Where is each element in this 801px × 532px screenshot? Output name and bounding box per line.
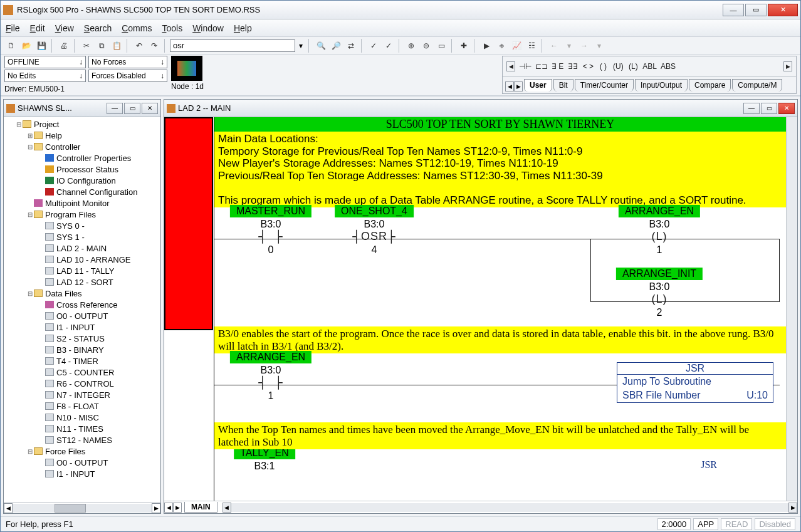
tree-close-button[interactable]: ✕ <box>142 103 158 114</box>
menu-search[interactable]: Search <box>84 23 112 33</box>
search-input[interactable] <box>173 41 292 50</box>
instr-otl-icon[interactable]: (L) <box>627 62 639 71</box>
find-next-icon[interactable]: 🔎 <box>329 39 343 53</box>
rung0-in1-tag[interactable]: MASTER_RUN <box>230 205 312 217</box>
tree-project[interactable]: ⊟Project <box>4 118 160 130</box>
lad-footer-tab-main[interactable]: MAIN <box>184 502 217 513</box>
instr-ote-icon[interactable]: ( ) <box>597 62 609 71</box>
tree-f8[interactable]: F8 - FLOAT <box>4 400 160 412</box>
tree-io-config[interactable]: IO Configuration <box>4 175 160 186</box>
run-icon[interactable]: ▶ <box>479 39 493 53</box>
tree-lad2[interactable]: LAD 2 - MAIN <box>4 243 160 254</box>
instr-branch-icon[interactable]: ∃ E <box>552 62 563 71</box>
menu-help[interactable]: Help <box>234 23 252 33</box>
status-forcesdisabled[interactable]: Forces Disabled↓ <box>88 70 167 82</box>
search-combo[interactable] <box>170 39 295 52</box>
nav-back-dd-icon[interactable]: ▾ <box>562 39 576 53</box>
instr-otu-icon[interactable]: (U) <box>612 62 624 71</box>
tree-processor-status[interactable]: Processor Status <box>4 164 160 175</box>
lad-tab-right[interactable]: ▶ <box>173 503 182 513</box>
zoom-out-icon[interactable]: ⊖ <box>419 39 433 53</box>
instr-compare-icon[interactable]: < > <box>582 62 594 71</box>
rung2-in1-tag[interactable]: TALLY_EN <box>234 449 295 459</box>
nav-back-icon[interactable]: ← <box>547 39 561 53</box>
lad-max-button[interactable]: ▭ <box>761 103 777 114</box>
find-icon[interactable]: 🔍 <box>314 39 328 53</box>
tree-force-files[interactable]: ⊟Force Files <box>4 446 160 457</box>
fit-icon[interactable]: ▭ <box>434 39 448 53</box>
tree-program-files[interactable]: ⊟Program Files <box>4 209 160 220</box>
tree-n10[interactable]: N10 - MISC <box>4 412 160 423</box>
menu-window[interactable]: Window <box>192 23 224 33</box>
tree-help[interactable]: ⊞Help <box>4 130 160 141</box>
close-button[interactable]: ✕ <box>768 4 798 16</box>
open-icon[interactable]: 📂 <box>19 39 33 53</box>
instr-xic-icon[interactable]: ⊣⊢ <box>519 62 531 71</box>
verify-icon[interactable]: ✓ <box>367 39 380 53</box>
tree-fo0[interactable]: O0 - OUTPUT <box>4 457 160 468</box>
nav-fwd-icon[interactable]: → <box>577 39 591 53</box>
rung1-in1-tag[interactable]: ARRANGE_EN <box>230 351 312 363</box>
print-icon[interactable]: 🖨 <box>57 39 71 53</box>
tab-timer[interactable]: Timer/Counter <box>575 79 634 91</box>
tree-min-button[interactable]: — <box>107 103 123 114</box>
cut-icon[interactable]: ✂ <box>80 39 93 53</box>
tree-b3[interactable]: B3 - BINARY <box>4 344 160 355</box>
project-tree[interactable]: ⊟Project ⊞Help ⊟Controller Controller Pr… <box>4 117 160 502</box>
minimize-button[interactable]: — <box>723 4 744 16</box>
tabs-scroll-right[interactable]: ▶ <box>514 81 523 91</box>
instr-xio-icon[interactable]: ⊏⊐ <box>535 62 548 71</box>
tree-o0[interactable]: O0 - OUTPUT <box>4 310 160 321</box>
ladder-editor[interactable]: SLC500 TOP TEN SORT BY SHAWN TIERNEY Mai… <box>214 117 786 501</box>
chart-icon[interactable]: 📈 <box>510 39 523 53</box>
verify2-icon[interactable]: ✓ <box>382 39 395 53</box>
tree-c5[interactable]: C5 - COUNTER <box>4 367 160 378</box>
palette-scroll-right[interactable]: ▶ <box>783 61 792 71</box>
menu-file[interactable]: File <box>6 23 20 33</box>
tree-xref[interactable]: Cross Reference <box>4 299 160 310</box>
tree-st12[interactable]: ST12 - NAMES <box>4 434 160 446</box>
instr-abl-icon[interactable]: ABL <box>642 62 657 71</box>
ladder-hscroll[interactable]: ◀▶ <box>223 503 797 512</box>
undo-icon[interactable]: ↶ <box>132 39 146 53</box>
instr-branch2-icon[interactable]: ∃∃ <box>567 62 578 71</box>
zoom-in-icon[interactable]: ⊕ <box>404 39 418 53</box>
tab-compare[interactable]: Compare <box>689 79 731 91</box>
rung0-out2-tag[interactable]: ARRANGE_INIT <box>616 268 703 280</box>
tree-n11[interactable]: N11 - TIMES <box>4 423 160 434</box>
tree-lad12[interactable]: LAD 12 - SORT <box>4 276 160 288</box>
search-dropdown-icon[interactable]: ▾ <box>296 41 305 50</box>
tree-t4[interactable]: T4 - TIMER <box>4 355 160 367</box>
tab-compute[interactable]: Compute/M <box>732 79 782 91</box>
new-icon[interactable]: 🗋 <box>4 39 18 53</box>
tab-user[interactable]: User <box>524 79 552 91</box>
menu-view[interactable]: View <box>55 23 74 33</box>
status-offline[interactable]: OFFLINE↓ <box>4 56 86 68</box>
tree-r6[interactable]: R6 - CONTROL <box>4 378 160 389</box>
instr-abs-icon[interactable]: ABS <box>661 62 676 71</box>
tree-channel-config[interactable]: Channel Configuration <box>4 186 160 197</box>
tree-max-button[interactable]: ▭ <box>124 103 140 114</box>
status-noforces[interactable]: No Forces↓ <box>88 56 167 68</box>
palette-scroll-left[interactable]: ◀ <box>506 61 515 71</box>
tree-sys1[interactable]: SYS 1 - <box>4 231 160 243</box>
rung1-jsr-block[interactable]: JSR Jump To Subroutine SBR File NumberU:… <box>617 362 773 403</box>
tab-bit[interactable]: Bit <box>553 79 573 91</box>
ladder-vscroll[interactable] <box>786 117 797 501</box>
rung0-out1-tag[interactable]: ARRANGE_EN <box>619 205 700 217</box>
menu-edit[interactable]: Edit <box>30 23 45 33</box>
add-icon[interactable]: ✚ <box>457 39 471 53</box>
tree-n7[interactable]: N7 - INTEGER <box>4 389 160 400</box>
lad-close-button[interactable]: ✕ <box>778 103 795 114</box>
tree-sys0[interactable]: SYS 0 - <box>4 220 160 231</box>
tree-s2[interactable]: S2 - STATUS <box>4 333 160 344</box>
nav-fwd-dd-icon[interactable]: ▾ <box>592 39 606 53</box>
tree-data-files[interactable]: ⊟Data Files <box>4 288 160 299</box>
menu-comms[interactable]: Comms <box>122 23 152 33</box>
redo-icon[interactable]: ↷ <box>147 39 161 53</box>
tree-controller-props[interactable]: Controller Properties <box>4 152 160 164</box>
tree-multipoint[interactable]: Multipoint Monitor <box>4 197 160 209</box>
tree-lad11[interactable]: LAD 11 - TALLY <box>4 265 160 276</box>
paste-icon[interactable]: 📋 <box>110 39 123 53</box>
tree-i1[interactable]: I1 - INPUT <box>4 321 160 333</box>
